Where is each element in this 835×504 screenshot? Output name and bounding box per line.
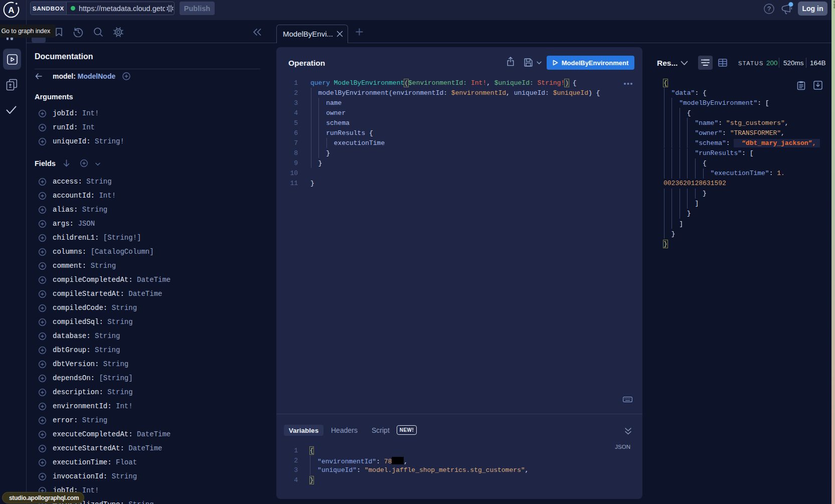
svg-text:?: ? [767,6,771,13]
svg-text:A: A [8,6,14,15]
